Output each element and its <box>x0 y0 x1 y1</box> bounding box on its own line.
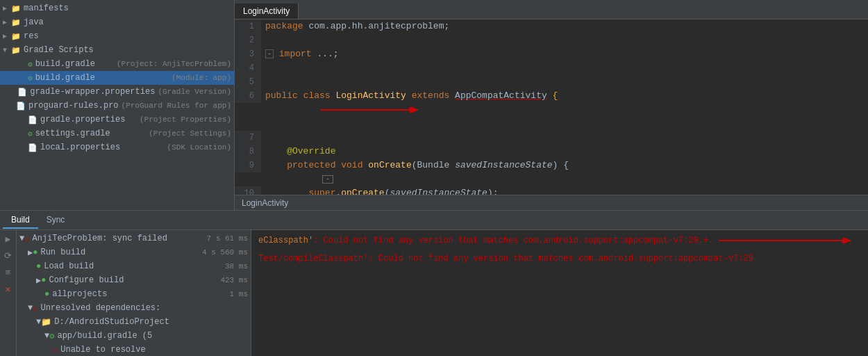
line-content: public class LoginActivity extends AppCo… <box>261 89 868 131</box>
build-item-time: 4 s 560 ms <box>202 248 248 257</box>
build-item-sync-failed[interactable]: ▼ ⚠ AnjiTecProblem: sync failed 7 s 61 m… <box>17 232 251 245</box>
left-icon-strip: ▶ ⟳ ≡ ✕ <box>0 230 17 356</box>
code-line-6: 6 public class LoginActivity extends App… <box>235 89 868 131</box>
sidebar-item-label: local.properties <box>40 143 165 152</box>
tab-build[interactable]: Build <box>3 212 38 229</box>
sidebar-item-sublabel: (Project Settings) <box>149 129 231 138</box>
file-icon: 📄 <box>28 143 37 152</box>
build-item-allprojects[interactable]: ● allprojects 1 ms <box>17 287 251 301</box>
build-item-unresolved-deps[interactable]: ▼ ⚠ Unresolved dependencies: <box>17 301 251 315</box>
close-icon[interactable]: ✕ <box>2 283 15 296</box>
output-line-1: eClasspath': Could not find any version … <box>258 234 861 247</box>
refresh-icon[interactable]: ⟳ <box>2 250 15 262</box>
sidebar-item-build-gradle-project[interactable]: ⚙ build.gradle (Project: AnjiTecProblem) <box>0 57 234 71</box>
main-layout: ▶ 📁 manifests ▶ 📁 java ▶ 📁 res ▼ <box>0 0 868 210</box>
sidebar-item-res[interactable]: ▶ 📁 res <box>0 29 234 43</box>
code-line-1: 1 package com.app.hh.anjitecproblem; <box>235 19 868 33</box>
gradle-icon: ⚙ <box>49 331 54 341</box>
success-icon: ● <box>44 289 49 299</box>
build-item-time: 423 ms <box>220 276 248 284</box>
code-editor[interactable]: 1 package com.app.hh.anjitecproblem; 2 3… <box>235 19 868 195</box>
code-line-10: 10 super.onCreate(savedInstanceState); <box>235 186 868 195</box>
sidebar-item-label: build.gradle <box>35 73 169 83</box>
build-item-label: Unresolved dependencies: <box>40 303 160 313</box>
line-number: 3 <box>235 47 261 61</box>
line-number: 10 <box>235 186 261 195</box>
sidebar-item-label: res <box>24 31 231 41</box>
line-number: 6 <box>235 89 261 103</box>
sidebar-item-label: Gradle Scripts <box>24 45 231 55</box>
file-icon: 📄 <box>17 88 27 97</box>
code-line-9: 9 protected void onCreate(Bundle savedIn… <box>235 159 868 186</box>
sidebar-item-label: gradle.properties <box>40 115 137 124</box>
sidebar-item-label: build.gradle <box>35 59 114 69</box>
code-tab-login-activity[interactable]: LoginActivity <box>235 3 299 19</box>
expand-arrow: ▼ <box>28 303 33 313</box>
build-item-unable-resolve-1[interactable]: ⚠ Unable to resolve <box>17 343 251 356</box>
expand-arrow: ▼ <box>36 317 41 327</box>
output-line-2: Test/compileClasspath': Could not find a… <box>258 252 861 265</box>
build-item-app-build-gradle[interactable]: ▼ ⚙ app/build.gradle (5 <box>17 329 251 343</box>
code-line-4: 4 <box>235 61 868 75</box>
filter-icon[interactable]: ≡ <box>2 266 15 279</box>
sidebar-item-manifests[interactable]: ▶ 📁 manifests <box>0 1 234 15</box>
sidebar-item-sublabel: (SDK Location) <box>167 143 231 152</box>
build-item-label: Load build <box>44 261 94 271</box>
line-number: 1 <box>235 19 261 33</box>
bottom-panel: Build Sync ▶ ⟳ ≡ ✕ ▼ ⚠ AnjiTecProblem: s… <box>0 210 868 356</box>
sidebar-item-sublabel: (Project: AnjiTecProblem) <box>117 60 231 68</box>
sidebar-item-settings-gradle[interactable]: ⚙ settings.gradle (Project Settings) <box>0 127 234 140</box>
code-tab-label: LoginActivity <box>243 6 290 16</box>
line-content: - import ...; <box>261 47 868 61</box>
folder-icon: 📁 <box>11 32 21 41</box>
sidebar-item-sublabel: (Gradle Version) <box>158 88 231 96</box>
gradle-icon: ⚙ <box>28 60 33 69</box>
build-item-label: allprojects <box>52 289 107 299</box>
sidebar-item-gradle-wrapper[interactable]: 📄 gradle-wrapper.properties (Gradle Vers… <box>0 85 234 99</box>
line-content: package com.app.hh.anjitecproblem; <box>261 19 868 33</box>
error-icon: ⚠ <box>24 234 29 244</box>
expand-arrow: ▶ <box>3 32 11 40</box>
build-item-label: AnjiTecProblem: sync failed <box>32 234 167 243</box>
line-number: 7 <box>235 131 261 145</box>
run-icon[interactable]: ▶ <box>2 233 15 245</box>
editor-filename: LoginActivity <box>242 198 288 208</box>
error-icon: ⚠ <box>33 303 37 314</box>
output-area: eClasspath': Could not find any version … <box>251 230 868 356</box>
gradle-icon: ⚙ <box>28 74 33 83</box>
line-number: 4 <box>235 61 261 75</box>
code-area: LoginActivity 1 package com.app.hh.anjit… <box>235 0 868 210</box>
build-item-configure-build[interactable]: ▶ ● Configure build 423 ms <box>17 273 251 287</box>
success-icon: ● <box>36 261 41 271</box>
sidebar-item-build-gradle-app[interactable]: ⚙ build.gradle (Module: app) <box>0 71 234 85</box>
folder-icon: 📁 <box>11 46 21 55</box>
build-item-label: D:/AndroidStudioProject <box>54 317 169 327</box>
gradle-icon: ⚙ <box>28 129 33 138</box>
file-icon: 📄 <box>28 115 37 124</box>
folder-icon: 📁 <box>41 317 51 327</box>
line-number: 2 <box>235 33 261 47</box>
sidebar-item-java[interactable]: ▶ 📁 java <box>0 15 234 29</box>
code-tab-bar: LoginActivity <box>235 0 868 19</box>
build-item-load-build[interactable]: ● Load build 38 ms <box>17 259 251 273</box>
sidebar-item-label: proguard-rules.pro <box>28 101 119 111</box>
sidebar-item-local-properties[interactable]: 📄 local.properties (SDK Location) <box>0 140 234 154</box>
line-number: 9 <box>235 159 261 172</box>
build-item-time: 38 ms <box>225 262 248 270</box>
build-item-run-build[interactable]: ▶ ● Run build 4 s 560 ms <box>17 245 251 259</box>
sidebar-item-proguard[interactable]: 📄 proguard-rules.pro (ProGuard Rules for… <box>0 99 234 113</box>
sidebar-item-label: java <box>24 17 231 27</box>
sidebar-item-label: gradle-wrapper.properties <box>30 87 155 97</box>
build-item-label: Configure build <box>49 275 124 285</box>
line-content: super.onCreate(savedInstanceState); <box>261 186 868 195</box>
expand-arrow: ▶ <box>3 4 11 13</box>
tab-sync[interactable]: Sync <box>38 212 74 229</box>
output-text-1: eClasspath': Could not find any version … <box>258 236 713 245</box>
build-tree: ▼ ⚠ AnjiTecProblem: sync failed 7 s 61 m… <box>17 230 251 356</box>
output-text-2: Test/compileClasspath': Could not find a… <box>258 254 753 264</box>
folder-icon: 📁 <box>11 4 21 13</box>
sidebar-item-gradle-properties[interactable]: 📄 gradle.properties (Project Properties) <box>0 113 234 127</box>
sidebar-item-gradle-scripts[interactable]: ▼ 📁 Gradle Scripts <box>0 43 234 57</box>
build-item-dir-project[interactable]: ▼ 📁 D:/AndroidStudioProject <box>17 315 251 329</box>
bottom-tabs: Build Sync <box>0 211 868 230</box>
